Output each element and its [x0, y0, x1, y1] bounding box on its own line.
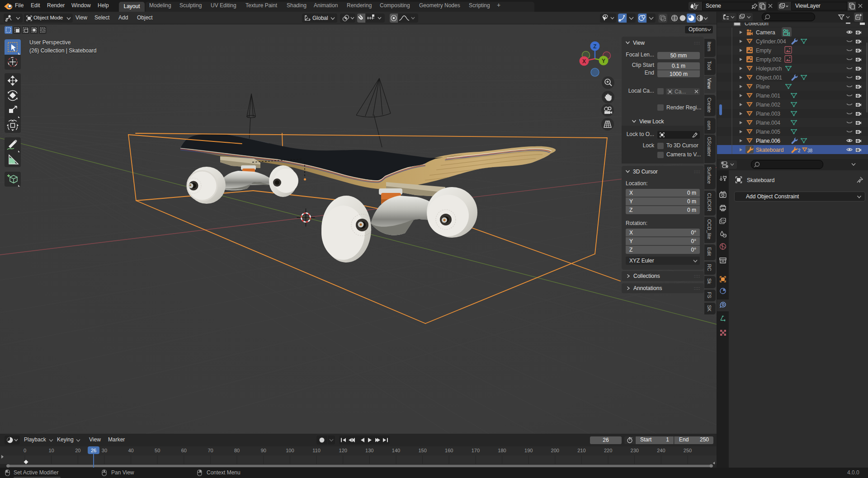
svg-text:70: 70: [208, 448, 213, 453]
svg-text:190: 190: [524, 448, 533, 453]
svg-text:Plane.002: Plane.002: [756, 102, 780, 108]
svg-text:150: 150: [418, 448, 426, 453]
svg-text:Plane.005: Plane.005: [756, 129, 780, 135]
svg-text:Plane.004: Plane.004: [756, 120, 780, 126]
svg-text:Skateboard: Skateboard: [756, 147, 783, 153]
svg-text:Empty: Empty: [756, 47, 771, 54]
svg-text:230: 230: [631, 448, 639, 453]
svg-text:20: 20: [75, 448, 80, 453]
svg-text:Holepunch: Holepunch: [756, 66, 782, 72]
svg-text:26: 26: [91, 448, 96, 453]
svg-text:30: 30: [102, 448, 107, 453]
svg-text:Object.001: Object.001: [756, 75, 782, 81]
svg-text:180: 180: [498, 448, 506, 453]
svg-text:170: 170: [472, 448, 480, 453]
svg-text:90: 90: [261, 448, 266, 453]
svg-text:Plane.003: Plane.003: [756, 111, 780, 117]
svg-text:Cylinder.004: Cylinder.004: [756, 38, 786, 45]
svg-text:240: 240: [657, 448, 665, 453]
svg-text:160: 160: [445, 448, 453, 453]
svg-text:Z: Z: [593, 43, 596, 50]
svg-text:Empty.002: Empty.002: [756, 56, 782, 63]
svg-text:120: 120: [339, 448, 347, 453]
svg-text:250: 250: [684, 448, 692, 453]
svg-text:Plane: Plane: [756, 84, 770, 90]
svg-text:100: 100: [286, 448, 294, 453]
svg-text:60: 60: [181, 448, 187, 453]
svg-text:Camera: Camera: [756, 29, 775, 36]
svg-text:0: 0: [24, 448, 26, 453]
svg-text:220: 220: [604, 448, 612, 453]
svg-text:210: 210: [577, 448, 585, 453]
svg-text:38: 38: [807, 148, 813, 153]
svg-text:50: 50: [155, 448, 160, 453]
svg-text:Plane.001: Plane.001: [756, 93, 780, 99]
svg-text:X: X: [582, 58, 586, 65]
svg-text:110: 110: [312, 448, 321, 453]
svg-text:80: 80: [234, 448, 240, 453]
svg-text:200: 200: [551, 448, 559, 453]
svg-text:40: 40: [128, 448, 133, 453]
svg-text:130: 130: [365, 448, 373, 453]
svg-text:Y: Y: [602, 58, 605, 64]
svg-text:140: 140: [392, 448, 400, 453]
svg-text:2: 2: [798, 148, 801, 153]
svg-text:10: 10: [48, 448, 54, 453]
svg-text:Plane.006: Plane.006: [756, 138, 780, 144]
